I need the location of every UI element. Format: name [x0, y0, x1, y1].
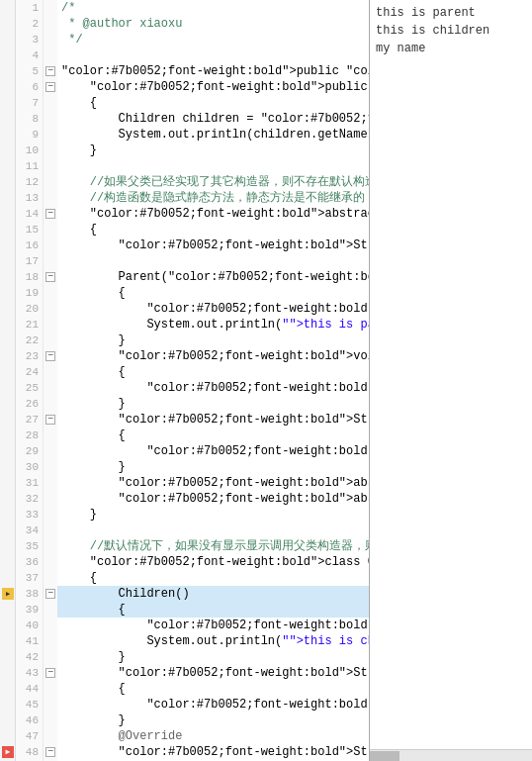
- console-line: this is parent: [376, 4, 526, 22]
- row-gutter-1: [0, 0, 16, 16]
- collapse-button-18[interactable]: −: [45, 272, 55, 282]
- code-row: 19 {: [0, 285, 369, 301]
- code-text-36: "color:#7b0052;font-weight:bold">class C…: [57, 554, 369, 570]
- line-number-39: 39: [16, 602, 44, 618]
- code-text-23: "color:#7b0052;font-weight:bold">void se…: [57, 348, 369, 364]
- collapse-button-23[interactable]: −: [45, 351, 55, 361]
- code-row: 5−"color:#7b0052;font-weight:bold">publi…: [0, 63, 369, 79]
- code-row: 1/*: [0, 0, 369, 16]
- code-row: 14− "color:#7b0052;font-weight:bold">abs…: [0, 206, 369, 222]
- error-marker: ▶: [2, 746, 14, 758]
- code-text-16: "color:#7b0052;font-weight:bold">String …: [57, 238, 369, 253]
- row-gutter-46: [0, 713, 16, 728]
- code-row: 39 {: [0, 602, 369, 618]
- row-gutter-23: [0, 348, 16, 364]
- code-text-27: "color:#7b0052;font-weight:bold">String …: [57, 412, 369, 428]
- line-number-8: 8: [16, 111, 44, 127]
- line-number-41: 41: [16, 633, 44, 649]
- line-number-26: 26: [16, 396, 44, 412]
- code-row: 21 System.out.println("">this is parent"…: [0, 317, 369, 333]
- code-row: 26 }: [0, 396, 369, 412]
- row-gutter-9: [0, 127, 16, 143]
- row-gutter-24: [0, 364, 16, 380]
- code-row: 10 }: [0, 143, 369, 158]
- code-row: 7 {: [0, 95, 369, 111]
- row-gutter-37: [0, 570, 16, 586]
- row-gutter-25: [0, 380, 16, 396]
- code-row: 9 System.out.println(children.getNameInf…: [0, 127, 369, 143]
- line-number-21: 21: [16, 317, 44, 333]
- code-row: 28 {: [0, 428, 369, 443]
- row-gutter-42: [0, 649, 16, 665]
- row-gutter-41: [0, 633, 16, 649]
- row-gutter-38: ▶: [0, 586, 16, 602]
- code-row: ▶48− "color:#7b0052;font-weight:bold">St…: [0, 744, 369, 760]
- code-row: 46 }: [0, 713, 369, 728]
- collapse-button-14[interactable]: −: [45, 209, 55, 219]
- collapse-button-5[interactable]: −: [45, 66, 55, 76]
- row-gutter-30: [0, 459, 16, 475]
- line-number-47: 47: [16, 728, 44, 744]
- code-text-40: "color:#7b0052;font-weight:bold">super("…: [57, 618, 369, 633]
- line-number-5: 5: [16, 63, 44, 79]
- line-number-18: 18: [16, 269, 44, 285]
- code-text-25: "color:#7b0052;font-weight:bold">this.na…: [57, 380, 369, 396]
- row-gutter-33: [0, 507, 16, 523]
- code-row: 8 Children children = "color:#7b0052;fon…: [0, 111, 369, 127]
- code-text-39: {: [57, 602, 369, 618]
- code-row: 44 {: [0, 681, 369, 697]
- code-text-1: /*: [57, 0, 369, 16]
- line-number-45: 45: [16, 697, 44, 713]
- console-scrollbar[interactable]: [370, 749, 532, 761]
- code-row: 35 //默认情况下，如果没有显示显示调用父类构造器，则调用用默认的那一个: [0, 538, 369, 554]
- code-row: 29 "color:#7b0052;font-weight:bold">retu…: [0, 443, 369, 459]
- collapse-button-48[interactable]: −: [45, 747, 55, 757]
- code-text-43: "color:#7b0052;font-weight:bold">String …: [57, 665, 369, 681]
- row-gutter-16: [0, 238, 16, 253]
- code-text-26: }: [57, 396, 369, 412]
- row-gutter-44: [0, 681, 16, 697]
- line-number-40: 40: [16, 618, 44, 633]
- code-scroll[interactable]: 1/* 2 * @author xiaoxu3 */45−"color:#7b0…: [0, 0, 369, 761]
- row-gutter-26: [0, 396, 16, 412]
- row-gutter-32: [0, 491, 16, 507]
- line-number-27: 27: [16, 412, 44, 428]
- code-row: 22 }: [0, 333, 369, 348]
- code-panel[interactable]: 1/* 2 * @author xiaoxu3 */45−"color:#7b0…: [0, 0, 369, 761]
- code-text-31: "color:#7b0052;font-weight:bold">abstrac…: [57, 475, 369, 491]
- line-number-32: 32: [16, 491, 44, 507]
- console-line: this is children: [376, 22, 526, 40]
- line-number-12: 12: [16, 174, 44, 190]
- code-text-46: }: [57, 713, 369, 728]
- code-row: 25 "color:#7b0052;font-weight:bold">this…: [0, 380, 369, 396]
- collapse-button-27[interactable]: −: [45, 415, 55, 425]
- line-number-48: 48: [16, 744, 44, 760]
- code-row: 18− Parent("color:#7b0052;font-weight:bo…: [0, 269, 369, 285]
- code-text-7: {: [57, 95, 369, 111]
- code-row: 6− "color:#7b0052;font-weight:bold">publ…: [0, 79, 369, 95]
- collapse-button-6[interactable]: −: [45, 82, 55, 92]
- collapse-button-38[interactable]: −: [45, 589, 55, 599]
- code-row: 2 * @author xiaoxu: [0, 16, 369, 32]
- line-number-17: 17: [16, 253, 44, 269]
- row-gutter-39: [0, 602, 16, 618]
- row-gutter-28: [0, 428, 16, 443]
- main-area: 1/* 2 * @author xiaoxu3 */45−"color:#7b0…: [0, 0, 532, 761]
- editor-container: 1/* 2 * @author xiaoxu3 */45−"color:#7b0…: [0, 0, 532, 761]
- line-number-42: 42: [16, 649, 44, 665]
- code-text-12: //如果父类已经实现了其它构造器，则不存在默认构造器了，|: [57, 174, 369, 190]
- code-row: 20 "color:#7b0052;font-weight:bold">this…: [0, 301, 369, 317]
- line-number-36: 36: [16, 554, 44, 570]
- code-row: 42 }: [0, 649, 369, 665]
- row-gutter-34: [0, 523, 16, 538]
- console-scrollbar-thumb[interactable]: [370, 751, 399, 761]
- code-row: 32 "color:#7b0052;font-weight:bold">abst…: [0, 491, 369, 507]
- row-gutter-15: [0, 222, 16, 238]
- row-gutter-47: [0, 728, 16, 744]
- line-number-20: 20: [16, 301, 44, 317]
- line-number-14: 14: [16, 206, 44, 222]
- collapse-button-43[interactable]: −: [45, 668, 55, 678]
- row-gutter-35: [0, 538, 16, 554]
- code-text-2: * @author xiaoxu: [57, 16, 369, 32]
- code-row: 31 "color:#7b0052;font-weight:bold">abst…: [0, 475, 369, 491]
